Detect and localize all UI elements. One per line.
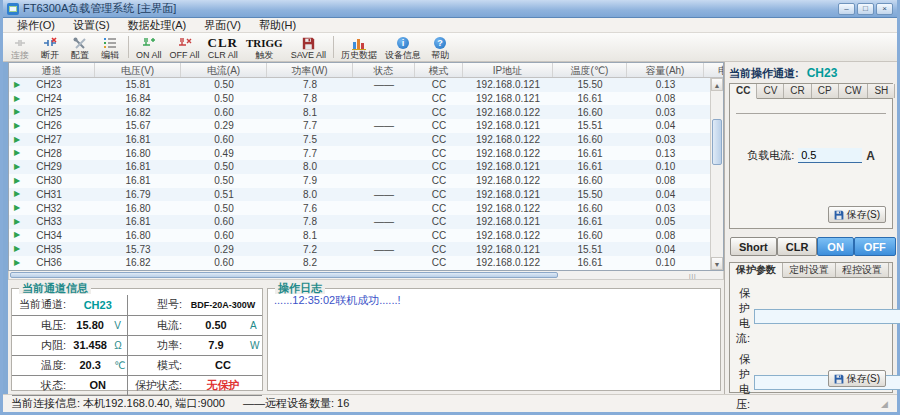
operate-channel-row: 当前操作通道: CH23 xyxy=(729,65,893,81)
scroll-down-icon[interactable]: ▼ xyxy=(711,257,723,270)
tab-sh[interactable]: SH xyxy=(868,84,895,98)
table-cell: 8.1 xyxy=(267,107,353,118)
table-cell: 7.7 xyxy=(267,120,353,131)
table-row[interactable]: ▶CH3515.730.297.2——CC192.168.0.12115.510… xyxy=(9,242,710,256)
close-icon[interactable]: × xyxy=(876,3,893,15)
trigger-button[interactable]: TRIGG 触发 xyxy=(242,34,287,60)
history-data-button[interactable]: 历史数据 xyxy=(337,34,381,60)
table-row[interactable]: ▶CH3216.800.507.6CC192.168.0.12216.600.0… xyxy=(9,201,710,215)
table-cell: 192.168.0.122 xyxy=(463,203,553,214)
help-button[interactable]: ? 帮助 xyxy=(425,34,455,60)
menu-help[interactable]: 帮助(H) xyxy=(251,18,304,33)
table-row[interactable]: ▶CH2416.840.507.8CC192.168.0.12116.610.0… xyxy=(9,92,710,106)
tab-protection-params[interactable]: 保护参数 xyxy=(730,263,783,278)
scrollbar-thumb[interactable] xyxy=(712,119,722,165)
save-all-button[interactable]: SAVE All xyxy=(287,34,330,60)
tools-icon xyxy=(73,36,87,50)
scroll-up-icon[interactable]: ▲ xyxy=(711,78,723,91)
table-cell: 7.7 xyxy=(267,148,353,159)
table-cell: 7.8 xyxy=(267,93,353,104)
menu-operate[interactable]: 操作(O) xyxy=(9,18,63,33)
table-cell: 15.50 xyxy=(553,189,627,200)
off-button[interactable]: OFF xyxy=(854,237,896,256)
minimize-icon[interactable]: – xyxy=(838,3,855,15)
save-button[interactable]: 保存(S) xyxy=(828,206,886,223)
table-row[interactable]: ▶CH3616.820.608.2CC192.168.0.12216.610.1… xyxy=(9,256,710,270)
label-resistance: 内阻: xyxy=(12,335,68,355)
column-header[interactable]: 容量(Ah) xyxy=(627,63,704,77)
mode-tab-strip: CC CV CR CP CW SH xyxy=(730,84,892,99)
protection-save-button[interactable]: 保存(S) xyxy=(828,370,886,387)
channel-name: CH31 xyxy=(36,189,62,200)
column-header[interactable]: 通道 xyxy=(9,63,95,77)
table-row[interactable]: ▶CH3116.790.518.0——CC192.168.0.12115.500… xyxy=(9,188,710,202)
tab-cw[interactable]: CW xyxy=(839,84,869,98)
protect-current-input[interactable] xyxy=(754,309,900,324)
table-cell: 0.60 xyxy=(181,216,267,227)
column-header[interactable]: 模式 xyxy=(415,63,463,77)
column-header[interactable]: 温度(℃) xyxy=(553,63,627,77)
connect-button[interactable]: 连接 xyxy=(5,34,35,60)
column-header[interactable]: 电压(V) xyxy=(95,63,181,77)
column-header[interactable]: 状态 xyxy=(353,63,415,77)
short-button[interactable]: Short xyxy=(730,237,777,256)
config-button[interactable]: 配置 xyxy=(65,34,95,60)
vertical-scrollbar[interactable]: ▲ ▼ xyxy=(710,78,723,270)
column-header[interactable]: 电量(Wh) xyxy=(704,63,724,77)
table-row[interactable]: ▶CH2716.810.607.5CC192.168.0.12216.600.0… xyxy=(9,133,710,147)
label-temperature: 温度: xyxy=(12,355,68,375)
device-info-button[interactable]: i 设备信息 xyxy=(381,34,425,60)
tab-cr[interactable]: CR xyxy=(784,84,811,98)
tab-program-settings[interactable]: 程控设置 xyxy=(836,263,889,277)
table-cell: 16.80 xyxy=(95,203,181,214)
table-cell: ▶CH27 xyxy=(9,134,95,145)
clr-button[interactable]: CLR xyxy=(777,237,818,256)
channel-name: CH26 xyxy=(36,120,62,131)
column-header[interactable]: IP地址 xyxy=(463,63,553,77)
table-cell: 16.61 xyxy=(553,216,627,227)
table-row[interactable]: ▶CH2615.670.297.7——CC192.168.0.12115.510… xyxy=(9,119,710,133)
table-cell: 7.9 xyxy=(267,175,353,186)
info-icon: i xyxy=(397,37,409,49)
table-row[interactable]: ▶CH3016.810.507.9CC192.168.0.12216.600.0… xyxy=(9,174,710,188)
scrollbar-thumb[interactable] xyxy=(10,272,558,278)
menu-data-processing[interactable]: 数据处理(A) xyxy=(120,18,195,33)
on-all-button[interactable]: ON All xyxy=(132,34,166,60)
on-button[interactable]: ON xyxy=(817,237,854,256)
menu-view[interactable]: 界面(V) xyxy=(196,18,249,33)
table-row[interactable]: ▶CH2816.800.497.7CC192.168.0.12216.610.1… xyxy=(9,146,710,160)
table-cell: CC xyxy=(415,189,463,200)
table-row[interactable]: ▶CH2516.820.608.1CC192.168.0.12216.600.0… xyxy=(9,105,710,119)
table-row[interactable]: ▶CH2916.810.508.0CC192.168.0.12116.610.1… xyxy=(9,160,710,174)
tab-timer-settings[interactable]: 定时设置 xyxy=(783,263,836,277)
tab-cp[interactable]: CP xyxy=(812,84,839,98)
table-cell: CC xyxy=(415,93,463,104)
tab-cc[interactable]: CC xyxy=(730,84,757,99)
maximize-icon[interactable]: □ xyxy=(857,3,874,15)
load-current-input[interactable] xyxy=(798,148,862,163)
channel-name: CH35 xyxy=(36,244,62,255)
table-row[interactable]: ▶CH3316.810.607.8——CC192.168.0.12116.610… xyxy=(9,215,710,229)
table-cell: 7.2 xyxy=(267,244,353,255)
clr-all-button[interactable]: CLR CLR All xyxy=(204,34,242,60)
edit-button[interactable]: 编辑 xyxy=(95,34,125,60)
table-row[interactable]: ▶CH2315.810.507.8——CC192.168.0.12115.500… xyxy=(9,78,710,92)
table-row[interactable]: ▶CH3416.800.608.1CC192.168.0.12216.600.0… xyxy=(9,229,710,243)
protect-current-label: 保护电流: xyxy=(736,286,750,346)
disconnect-button[interactable]: 断开 xyxy=(35,34,65,60)
column-header[interactable]: 功率(W) xyxy=(267,63,353,77)
protection-tab-strip: 保护参数 定时设置 程控设置 xyxy=(730,263,892,278)
table-cell: 0.04 xyxy=(627,189,704,200)
table-cell: ▶CH33 xyxy=(9,216,95,227)
splitter-grip[interactable]: ||| xyxy=(689,273,697,279)
table-cell: 0.04 xyxy=(627,244,704,255)
table-cell: 0.03 xyxy=(627,134,704,145)
tab-cv[interactable]: CV xyxy=(757,84,784,98)
off-all-button[interactable]: OFF All xyxy=(166,34,204,60)
protection-fields: 保护电流: A 保护电压: V 保护功率: W xyxy=(730,278,892,415)
table-cell: 16.61 xyxy=(553,257,627,268)
table-cell: 192.168.0.122 xyxy=(463,175,553,186)
menu-settings[interactable]: 设置(S) xyxy=(65,18,118,33)
column-header[interactable]: 电流(A) xyxy=(181,63,267,77)
horizontal-scrollbar[interactable]: ||| xyxy=(8,271,724,280)
